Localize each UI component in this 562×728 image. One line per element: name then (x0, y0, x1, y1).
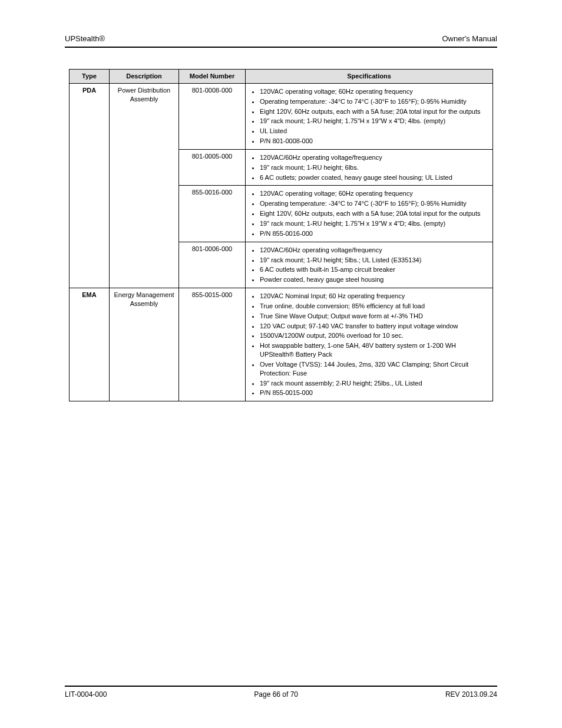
footer-left: LIT-0004-000 (65, 690, 107, 699)
spec-item: 19" rack mount assembly; 2-RU height; 25… (260, 379, 489, 388)
header-left: UPStealth® (65, 34, 105, 43)
header-right: Owner's Manual (442, 34, 497, 43)
spec-item: True online, double conversion; 85% effi… (260, 302, 489, 311)
cell-model: 855-0015-000 (179, 288, 246, 401)
cell-model: 801-0006-000 (179, 242, 246, 288)
spec-item: P/N 855-0015-000 (260, 388, 489, 397)
spec-item: 120VAC operating voltage; 60Hz operating… (260, 87, 489, 96)
spec-item: Powder coated, heavy gauge steel housing (260, 275, 489, 284)
cell-specs: 120VAC operating voltage; 60Hz operating… (246, 186, 493, 242)
cell-specs: 120VAC/60Hz operating voltage/frequency … (246, 242, 493, 288)
spec-item: True Sine Wave Output; Output wave form … (260, 312, 489, 321)
cell-specs: 120VAC/60Hz operating voltage/frequency … (246, 149, 493, 186)
spec-item: 120VAC/60Hz operating voltage/frequency (260, 153, 489, 162)
page-header: UPStealth® Owner's Manual (65, 34, 497, 48)
spec-item: Operating temperature: -34°C to 74°C (-3… (260, 97, 489, 106)
cell-specs: 120VAC operating voltage; 60Hz operating… (246, 83, 493, 149)
spec-item: Operating temperature: -34°C to 74°C (-3… (260, 199, 489, 208)
spec-item: 19" rack mount; 1-RU height; 6lbs. (260, 163, 489, 172)
table-header-row: Type Description Model Number Specificat… (70, 70, 493, 84)
footer-right: REV 2013.09.24 (445, 690, 497, 699)
cell-type: PDA (70, 83, 110, 288)
cell-type: EMA (70, 288, 110, 401)
table-row: PDA Power Distribution Assembly 801-0008… (70, 83, 493, 149)
spec-item: 19" rack mount; 1-RU height; 1.75"H x 19… (260, 219, 489, 228)
spec-item: 120VAC/60Hz operating voltage/frequency (260, 246, 489, 255)
spec-item: Eight 120V, 60Hz outputs, each with a 5A… (260, 209, 489, 218)
spec-item: P/N 855-0016-000 (260, 229, 489, 238)
spec-item: P/N 801-0008-000 (260, 137, 489, 146)
cell-model: 801-0008-000 (179, 83, 246, 149)
spec-item: 1500VA/1200W output, 200% overload for 1… (260, 331, 489, 340)
cell-model: 855-0016-000 (179, 186, 246, 242)
cell-specs: 120VAC Nominal Input; 60 Hz operating fr… (246, 288, 493, 401)
cell-description: Power Distribution Assembly (110, 83, 179, 288)
spec-item: Hot swappable battery, 1-one 5AH, 48V ba… (260, 341, 489, 359)
spec-item: UL Listed (260, 127, 489, 136)
cell-description: Energy Management Assembly (110, 288, 179, 401)
document-page: UPStealth® Owner's Manual Type Descripti… (0, 0, 562, 728)
cell-model: 801-0005-000 (179, 149, 246, 186)
footer-center: Page 66 of 70 (254, 690, 298, 699)
table-row: EMA Energy Management Assembly 855-0015-… (70, 288, 493, 401)
spec-table: Type Description Model Number Specificat… (69, 69, 493, 401)
spec-item: 120VAC operating voltage; 60Hz operating… (260, 189, 489, 198)
page-footer: LIT-0004-000 Page 66 of 70 REV 2013.09.2… (65, 686, 497, 699)
spec-item: Eight 120V, 60Hz outputs, each with a 5A… (260, 107, 489, 116)
spec-item: 6 AC outlets with built-in 15-amp circui… (260, 265, 489, 274)
col-specifications: Specifications (246, 70, 493, 84)
col-model-number: Model Number (179, 70, 246, 84)
spec-item: Over Voltage (TVSS): 144 Joules, 2ms, 32… (260, 360, 489, 378)
spec-item: 6 AC outlets; powder coated, heavy gauge… (260, 173, 489, 182)
spec-item: 120 VAC output; 97-140 VAC transfer to b… (260, 322, 489, 331)
col-description: Description (110, 70, 179, 84)
spec-item: 19" rack mount; 1-RU height; 1.75"H x 19… (260, 117, 489, 126)
spec-item: 120VAC Nominal Input; 60 Hz operating fr… (260, 292, 489, 301)
spec-item: 19" rack mount; 1-RU height; 5lbs.; UL L… (260, 256, 489, 265)
col-type: Type (70, 70, 110, 84)
